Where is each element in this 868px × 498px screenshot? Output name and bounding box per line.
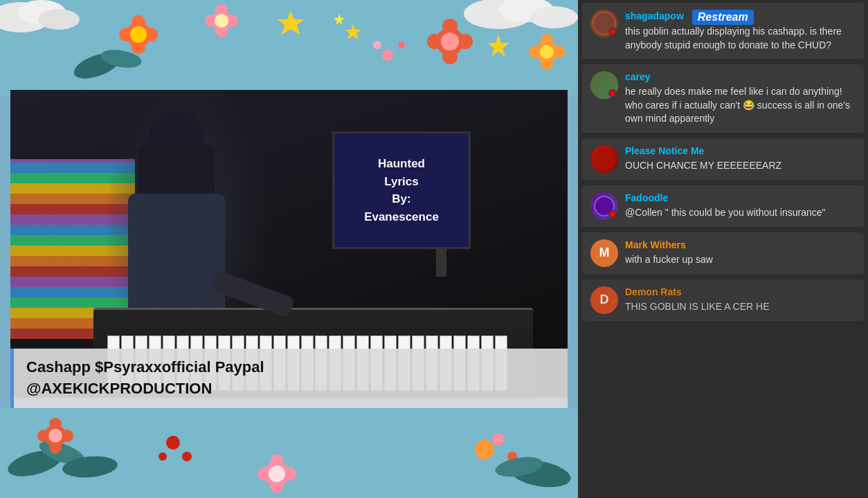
chat-message-shagadapow: shagadapow Restream this goblin actually…: [582, 3, 864, 59]
svg-point-3: [38, 9, 80, 30]
username-mark-withers: Mark Withers: [625, 239, 856, 250]
svg-point-49: [48, 429, 62, 443]
svg-point-56: [166, 436, 180, 450]
svg-point-50: [264, 461, 289, 486]
svg-point-35: [529, 46, 541, 58]
svg-point-46: [49, 441, 62, 454]
avatar-initial-demon: D: [600, 293, 609, 307]
svg-point-7: [126, 22, 151, 47]
svg-point-54: [282, 467, 296, 481]
svg-point-2: [17, 0, 66, 25]
svg-rect-0: [0, 0, 578, 97]
svg-point-59: [475, 440, 494, 459]
svg-point-55: [269, 465, 285, 482]
avatar-mark-withers: M: [590, 239, 618, 267]
svg-point-5: [498, 0, 554, 22]
svg-point-24: [442, 19, 458, 34]
svg-point-44: [44, 425, 66, 447]
restream-badge: Restream: [692, 10, 754, 25]
tv-screen: Haunted Lyrics By: Evanescence: [332, 131, 471, 249]
svg-point-57: [182, 452, 192, 461]
svg-point-32: [536, 41, 558, 63]
message-content-mark-withers: Mark Withers with a fucker up saw: [625, 239, 856, 267]
video-section: Haunted Lyrics By: Evanescence: [0, 0, 578, 498]
svg-point-15: [215, 25, 228, 37]
svg-point-43: [62, 454, 118, 480]
svg-point-14: [215, 4, 228, 17]
live-indicator: [608, 89, 617, 98]
svg-point-47: [37, 430, 50, 442]
avatar-fadoodle: [590, 192, 618, 220]
svg-point-48: [61, 430, 73, 442]
svg-point-51: [270, 454, 284, 468]
svg-point-26: [427, 34, 442, 49]
svg-point-60: [492, 433, 505, 445]
username-fadoodle: Fadoodle: [625, 192, 856, 203]
svg-point-58: [159, 452, 167, 461]
avatar-please-notice-me: [590, 145, 618, 173]
tv-line2: Lyrics: [364, 173, 439, 191]
svg-marker-20: [345, 24, 361, 39]
svg-point-21: [71, 48, 123, 84]
svg-point-28: [441, 33, 459, 50]
avatar-demon-rats: D: [590, 286, 618, 314]
svg-point-61: [507, 452, 517, 461]
caption-line2: @AXEKICKPRODUCTION: [26, 378, 555, 400]
tv-line4: Evanescence: [364, 208, 439, 226]
svg-point-37: [540, 45, 554, 59]
svg-rect-40: [0, 408, 578, 498]
svg-point-30: [398, 42, 405, 48]
chat-message-demon-rats: D Demon Rats THIS GOBLIN IS LIKE A CER H…: [582, 279, 864, 321]
svg-point-1: [0, 2, 52, 33]
caption-bar: Cashapp $Psyraxxofficial Paypal @AXEKICK…: [10, 349, 568, 408]
svg-point-45: [49, 418, 62, 430]
svg-point-42: [37, 436, 89, 470]
svg-point-62: [507, 456, 573, 491]
svg-marker-39: [334, 14, 345, 25]
svg-point-52: [270, 479, 284, 493]
svg-marker-38: [487, 35, 509, 57]
svg-point-22: [99, 47, 143, 71]
svg-point-18: [215, 14, 228, 28]
avatar-initial-mark: M: [599, 246, 610, 260]
username-shagadapow: shagadapow: [625, 10, 684, 21]
avatar-carey: [590, 71, 618, 99]
svg-marker-19: [277, 10, 305, 35]
svg-point-25: [442, 49, 458, 64]
svg-point-12: [130, 26, 147, 43]
tv-line3: By:: [364, 190, 439, 208]
svg-point-4: [464, 0, 533, 29]
message-content-shagadapow: shagadapow Restream this goblin actually…: [625, 10, 856, 52]
tv-line1: Haunted: [364, 155, 439, 173]
username-please-notice-me: Please Notice Me: [625, 145, 856, 156]
message-content-fadoodle: Fadoodle @Collen " this could be you wit…: [625, 192, 856, 220]
svg-point-27: [458, 34, 473, 49]
svg-point-34: [541, 57, 553, 70]
svg-point-16: [205, 15, 217, 27]
username-carey: carey: [625, 71, 856, 82]
svg-point-9: [132, 40, 145, 54]
message-text-mark-withers: with a fucker up saw: [625, 253, 856, 267]
avatar-shagadapow: [590, 10, 618, 37]
message-text-shagadapow: this goblin actually displaying his cash…: [625, 25, 856, 52]
svg-point-41: [5, 445, 64, 481]
chat-message-please-notice-me: Please Notice Me OUCH CHANCE MY EEEEEEEA…: [582, 138, 864, 180]
message-text-demon-rats: THIS GOBLIN IS LIKE A CER HE: [625, 300, 856, 314]
svg-point-6: [530, 6, 578, 28]
message-content-demon-rats: Demon Rats THIS GOBLIN IS LIKE A CER HE: [625, 286, 856, 314]
svg-point-10: [119, 28, 133, 42]
svg-point-36: [552, 46, 565, 58]
svg-point-11: [144, 28, 158, 42]
svg-point-63: [494, 454, 544, 480]
message-content-please-notice-me: Please Notice Me OUCH CHANCE MY EEEEEEEA…: [625, 145, 856, 173]
caption-line1: Cashapp $Psyraxxofficial Paypal: [26, 357, 555, 378]
svg-point-13: [211, 10, 232, 31]
chat-message-mark-withers: M Mark Withers with a fucker up saw: [582, 232, 864, 274]
svg-point-29: [382, 50, 393, 61]
svg-point-33: [541, 34, 553, 46]
username-demon-rats: Demon Rats: [625, 286, 856, 297]
svg-point-31: [373, 41, 381, 49]
message-text-please-notice-me: OUCH CHANCE MY EEEEEEEARZ: [625, 159, 856, 173]
svg-point-8: [132, 15, 145, 29]
message-text-fadoodle: @Collen " this could be you without insu…: [625, 206, 856, 220]
